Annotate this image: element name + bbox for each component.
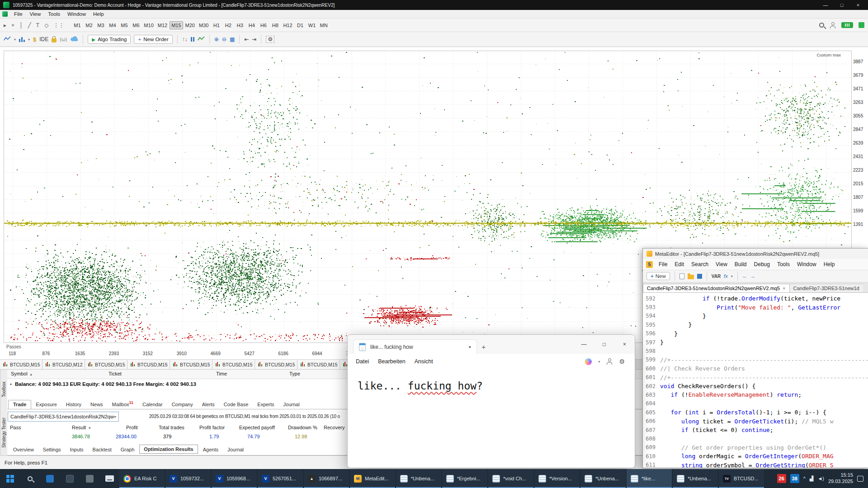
navigate-forward-icon[interactable]: → xyxy=(750,273,755,279)
taskbar-item-1059968[interactable]: V1059968... xyxy=(212,469,257,488)
objects-list-icon[interactable]: ⋮⋮ xyxy=(53,22,64,28)
menu-tools[interactable]: Tools xyxy=(44,10,64,18)
toolbox-tab-code-base[interactable]: Code Base xyxy=(219,400,253,409)
taskbar-item-void-ch[interactable]: *void Ch... xyxy=(488,469,533,488)
copilot-dropdown-icon[interactable]: ▾ xyxy=(598,360,600,364)
chart-tab[interactable]: BTCUSD,M15 xyxy=(0,360,42,369)
functions-button[interactable]: fx xyxy=(724,273,728,279)
taskbar-item-ergebni[interactable]: *Ergebni... xyxy=(442,469,487,488)
step-forward-icon[interactable]: ⇥ xyxy=(252,36,256,42)
notepad-menu-ansicht[interactable]: Ansicht xyxy=(410,356,438,367)
taskbar-search-button[interactable] xyxy=(20,469,40,488)
new-document-icon[interactable] xyxy=(679,273,684,279)
editor-tab[interactable]: CandleFlip7-3DRE3-51new1dostonRisk2N2qwe… xyxy=(643,284,790,292)
new-file-button[interactable]: + New xyxy=(646,272,670,280)
taskbar-item-unbena[interactable]: *Unbena... xyxy=(396,469,441,488)
timeframe-d1[interactable]: D1 xyxy=(295,21,306,29)
vertical-line-icon[interactable]: │ xyxy=(19,22,23,28)
cursor-icon[interactable]: ▸ xyxy=(4,22,6,28)
shapes-icon[interactable]: ◇ xyxy=(44,22,48,28)
indicators-icon[interactable] xyxy=(4,36,11,43)
tester-column-profit-factor[interactable]: Profit factor xyxy=(199,425,225,430)
taskbar-item-1066897[interactable]: ▲1066897... xyxy=(304,469,349,488)
settings-gear-icon[interactable]: ⚙ xyxy=(619,358,625,365)
toolbox-tab-news[interactable]: News xyxy=(86,400,108,409)
taskbar-item-ea-risk-c[interactable]: EA Risk C xyxy=(119,469,165,488)
tester-column-profit[interactable]: Profit xyxy=(126,425,138,430)
menu-view[interactable]: View xyxy=(26,10,45,18)
touch-keyboard-button[interactable] xyxy=(99,469,119,488)
taskbar-item-metaedit[interactable]: MMetaEdit... xyxy=(350,469,395,488)
taskbar-item-btcusd[interactable]: TVBTCUSD... xyxy=(719,469,764,488)
toolbox-tab-calendar[interactable]: Calendar xyxy=(138,400,167,409)
zigzag-icon[interactable] xyxy=(198,36,205,43)
code-editor[interactable]: 592 if (!trade.OrderModify(ticket, newPr… xyxy=(643,293,868,468)
timeframe-m6[interactable]: M6 xyxy=(130,21,142,29)
taskbar-clock[interactable]: 15:15 29.03.2025 xyxy=(828,472,853,485)
menu-file[interactable]: File xyxy=(10,10,26,18)
timeframe-m12[interactable]: M12 xyxy=(156,21,169,29)
timeframe-m1[interactable]: M1 xyxy=(71,21,83,29)
chart-tab[interactable]: BTCUSD,M15 xyxy=(297,360,340,369)
timeframe-h2[interactable]: H2 xyxy=(222,21,234,29)
tester-column-recovery[interactable]: Recovery xyxy=(324,425,344,430)
metaeditor-menu-debug[interactable]: Debug xyxy=(750,260,774,269)
timeframe-h4[interactable]: H4 xyxy=(246,21,257,29)
volume-icon[interactable]: ◄) xyxy=(817,476,824,481)
maximize-button[interactable]: □ xyxy=(834,0,850,10)
text-label-icon[interactable]: T xyxy=(36,22,39,28)
timeframe-h3[interactable]: H3 xyxy=(234,21,245,29)
pause-icon[interactable] xyxy=(191,37,194,42)
save-icon[interactable] xyxy=(697,274,702,279)
timeframe-m10[interactable]: M10 xyxy=(142,21,155,29)
taskbar-item-unbena[interactable]: *Unbena... xyxy=(673,469,718,488)
tester-column-expected-payoff[interactable]: Expected payoff xyxy=(239,425,275,430)
toolbox-tab-journal[interactable]: Journal xyxy=(279,400,304,409)
action-center-icon[interactable] xyxy=(857,476,863,482)
notepad-menu-bearbeiten[interactable]: Bearbeiten xyxy=(373,356,410,367)
zoom-in-icon[interactable]: ⊕ xyxy=(214,36,219,42)
new-order-button[interactable]: + New Order xyxy=(134,35,172,44)
navigate-back-icon[interactable]: ← xyxy=(742,273,747,279)
algo-trading-button[interactable]: ▶ Algo Trading xyxy=(88,35,131,44)
network-icon[interactable]: ▟ xyxy=(810,476,813,482)
timeframe-mn[interactable]: MN xyxy=(318,21,330,29)
toolbox-tab-history[interactable]: History xyxy=(61,400,86,409)
toolbox-tab-company[interactable]: Company xyxy=(167,400,198,409)
tile-windows-icon[interactable]: ▦ xyxy=(230,36,235,42)
toolbox-tab-mailbox[interactable]: Mailbox11 xyxy=(108,399,138,409)
chart-tab[interactable]: BTCUSD,M12 xyxy=(42,360,85,369)
taskbar-item-1059732[interactable]: V1059732... xyxy=(165,469,211,488)
tester-tab-graph[interactable]: Graph xyxy=(117,446,139,454)
toolbox-tab-exposure[interactable]: Exposure xyxy=(31,400,61,409)
notification-count-badge[interactable]: 38 xyxy=(790,474,799,483)
taskbar-item-version[interactable]: *Version... xyxy=(534,469,580,488)
notepad-tab[interactable]: like... fucking how • xyxy=(353,339,477,354)
account-icon[interactable] xyxy=(830,22,836,28)
timeframe-m4[interactable]: M4 xyxy=(107,21,118,29)
metaeditor-menu-tools[interactable]: Tools xyxy=(774,260,793,269)
chart-type-icon[interactable] xyxy=(19,37,25,42)
crosshair-icon[interactable]: + xyxy=(11,22,14,28)
tester-tab-agents[interactable]: Agents xyxy=(199,446,222,454)
editor-tab[interactable]: CandleFlip7-3DRE3-51new1d xyxy=(790,284,863,292)
indicators-dropdown-icon[interactable]: ▾ xyxy=(14,38,16,42)
timeframe-m15[interactable]: M15 xyxy=(170,21,183,29)
chart-tab[interactable]: BTCUSD,M15 xyxy=(127,360,170,369)
notepad-menu-datei[interactable]: Datei xyxy=(351,356,373,367)
strategy-tester-side-label[interactable]: Strategy Tester xyxy=(0,409,7,455)
trendline-icon[interactable]: ╱ xyxy=(28,22,31,28)
menu-window[interactable]: Window xyxy=(64,10,90,18)
tester-tab-settings[interactable]: Settings xyxy=(39,446,65,454)
omega-icon[interactable]: (ω) xyxy=(60,37,67,42)
timeframe-h8[interactable]: H8 xyxy=(269,21,281,29)
step-back-icon[interactable]: ⇤ xyxy=(244,36,249,42)
account-level-indicator[interactable] xyxy=(841,22,853,28)
profile-icon[interactable] xyxy=(606,358,613,365)
metaeditor-menu-edit[interactable]: Edit xyxy=(671,260,688,269)
toolbox-column-symbol[interactable]: Symbol▲ xyxy=(11,371,33,376)
tester-column-drawdown[interactable]: Drawdown % xyxy=(288,425,317,430)
depth-of-market-icon[interactable]: ↑↓ xyxy=(182,36,188,42)
tester-tab-optimization-results[interactable]: Optimization Results xyxy=(139,445,198,454)
zoom-out-icon[interactable]: ⊖ xyxy=(222,36,226,42)
